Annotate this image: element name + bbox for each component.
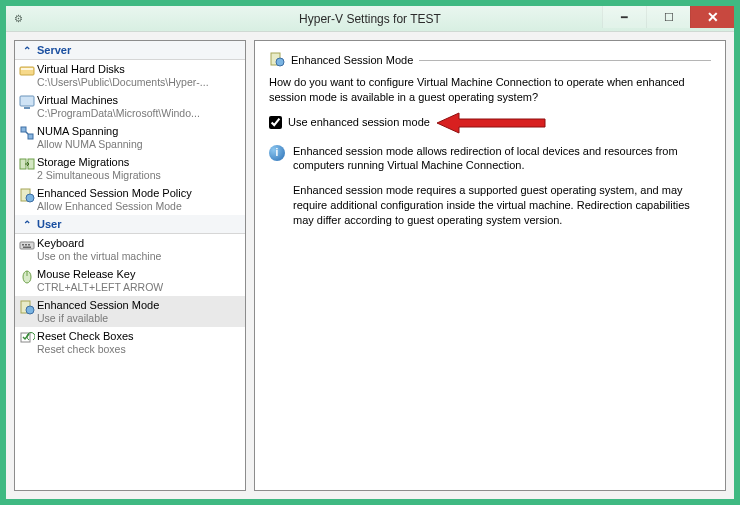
detail-header: Enhanced Session Mode xyxy=(269,51,711,69)
content-area: ⌃ Server Virtual Hard Disks C:\Users\Pub… xyxy=(6,32,734,499)
nav-item-mouse-release[interactable]: Mouse Release Key CTRL+ALT+LEFT ARROW xyxy=(15,265,245,296)
numa-icon xyxy=(19,125,35,141)
disk-icon xyxy=(19,63,35,79)
window-controls: ━ ☐ ✕ xyxy=(602,6,734,28)
info-icon: i xyxy=(269,145,285,161)
info-text: Enhanced session mode allows redirection… xyxy=(293,144,711,238)
svg-rect-13 xyxy=(25,244,27,246)
nav-item-label: Virtual Machines xyxy=(37,94,241,106)
vm-icon xyxy=(19,94,35,110)
titlebar: ⚙ Hyper-V Settings for TEST ━ ☐ ✕ xyxy=(6,6,734,32)
nav-item-enhanced-session-mode[interactable]: Enhanced Session Mode Use if available xyxy=(15,296,245,327)
keyboard-icon xyxy=(19,237,35,253)
nav-item-numa-spanning[interactable]: NUMA Spanning Allow NUMA Spanning xyxy=(15,122,245,153)
info-para-2: Enhanced session mode requires a support… xyxy=(293,183,711,228)
nav-item-sub: C:\Users\Public\Documents\Hyper-... xyxy=(37,76,241,88)
info-block: i Enhanced session mode allows redirecti… xyxy=(269,144,711,238)
nav-item-label: NUMA Spanning xyxy=(37,125,241,137)
settings-window: ⚙ Hyper-V Settings for TEST ━ ☐ ✕ ⌃ Serv… xyxy=(0,0,740,505)
section-label: User xyxy=(37,218,61,230)
window-title: Hyper-V Settings for TEST xyxy=(299,12,441,26)
collapse-icon: ⌃ xyxy=(21,45,33,56)
detail-body: How do you want to configure Virtual Mac… xyxy=(269,75,711,238)
svg-line-6 xyxy=(26,132,28,134)
info-para-1: Enhanced session mode allows redirection… xyxy=(293,144,711,174)
nav-item-label: Virtual Hard Disks xyxy=(37,63,241,75)
nav-item-virtual-machines[interactable]: Virtual Machines C:\ProgramData\Microsof… xyxy=(15,91,245,122)
detail-panel: Enhanced Session Mode How do you want to… xyxy=(254,40,726,491)
use-esm-checkbox[interactable] xyxy=(269,116,282,129)
nav-panel: ⌃ Server Virtual Hard Disks C:\Users\Pub… xyxy=(14,40,246,491)
nav-item-sub: C:\ProgramData\Microsoft\Windo... xyxy=(37,107,241,119)
nav-item-sub: Use if available xyxy=(37,312,241,324)
svg-rect-5 xyxy=(28,134,33,139)
svg-rect-3 xyxy=(24,107,30,109)
callout-arrow xyxy=(437,111,547,135)
detail-question: How do you want to configure Virtual Mac… xyxy=(269,75,711,105)
nav-item-sub: Allow NUMA Spanning xyxy=(37,138,241,150)
nav-item-sub: Use on the virtual machine xyxy=(37,250,241,262)
minimize-icon: ━ xyxy=(621,11,628,24)
policy-icon xyxy=(19,187,35,203)
nav-item-sub: CTRL+ALT+LEFT ARROW xyxy=(37,281,241,293)
nav-item-reset-checkboxes[interactable]: Reset Check Boxes Reset check boxes xyxy=(15,327,245,358)
nav-item-sub: 2 Simultaneous Migrations xyxy=(37,169,241,181)
nav-item-label: Mouse Release Key xyxy=(37,268,241,280)
nav-item-label: Enhanced Session Mode Policy xyxy=(37,187,241,199)
nav-item-label: Reset Check Boxes xyxy=(37,330,241,342)
nav-item-label: Keyboard xyxy=(37,237,241,249)
detail-title: Enhanced Session Mode xyxy=(291,54,413,66)
minimize-button[interactable]: ━ xyxy=(602,6,646,28)
nav-section-server[interactable]: ⌃ Server xyxy=(15,41,245,60)
nav-item-keyboard[interactable]: Keyboard Use on the virtual machine xyxy=(15,234,245,265)
migration-icon xyxy=(19,156,35,172)
close-button[interactable]: ✕ xyxy=(690,6,734,28)
close-icon: ✕ xyxy=(707,9,719,25)
nav-item-label: Storage Migrations xyxy=(37,156,241,168)
svg-rect-1 xyxy=(21,68,33,70)
nav-item-esm-policy[interactable]: Enhanced Session Mode Policy Allow Enhan… xyxy=(15,184,245,215)
reset-icon xyxy=(19,330,35,346)
section-label: Server xyxy=(37,44,71,56)
svg-rect-4 xyxy=(21,127,26,132)
nav-item-storage-migrations[interactable]: Storage Migrations 2 Simultaneous Migrat… xyxy=(15,153,245,184)
maximize-button[interactable]: ☐ xyxy=(646,6,690,28)
svg-point-19 xyxy=(26,306,34,314)
header-divider xyxy=(419,60,711,61)
svg-rect-15 xyxy=(23,247,31,249)
nav-item-label: Enhanced Session Mode xyxy=(37,299,241,311)
svg-rect-2 xyxy=(20,96,34,106)
svg-rect-14 xyxy=(28,244,30,246)
esm-icon xyxy=(19,299,35,315)
nav-item-virtual-hard-disks[interactable]: Virtual Hard Disks C:\Users\Public\Docum… xyxy=(15,60,245,91)
svg-point-10 xyxy=(26,194,34,202)
app-icon: ⚙ xyxy=(10,10,26,26)
checkbox-label[interactable]: Use enhanced session mode xyxy=(288,115,430,130)
nav-section-user[interactable]: ⌃ User xyxy=(15,215,245,234)
mouse-icon xyxy=(19,268,35,284)
detail-icon xyxy=(269,51,285,69)
checkbox-row: Use enhanced session mode xyxy=(269,115,711,130)
svg-rect-12 xyxy=(22,244,24,246)
svg-point-22 xyxy=(276,58,284,66)
nav-item-sub: Reset check boxes xyxy=(37,343,241,355)
svg-marker-23 xyxy=(437,113,545,133)
collapse-icon: ⌃ xyxy=(21,219,33,230)
nav-item-sub: Allow Enhanced Session Mode xyxy=(37,200,241,212)
maximize-icon: ☐ xyxy=(664,11,674,24)
